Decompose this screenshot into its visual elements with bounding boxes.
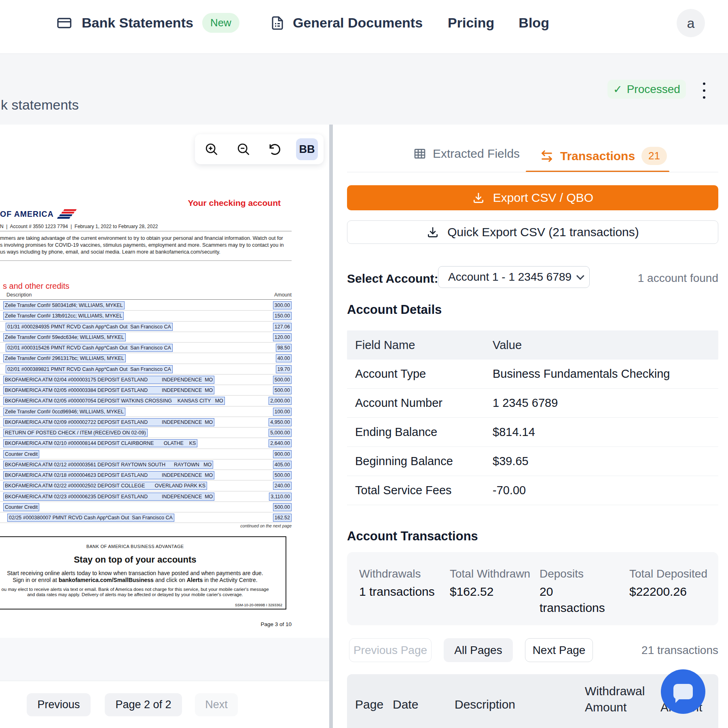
- bofa-flag-icon: [57, 208, 78, 220]
- statement-row: 02/01 #000389821 PMNT RCVD Cash App*Cash…: [0, 364, 292, 375]
- account-transactions-title: Account Transactions: [347, 529, 478, 544]
- statement-row: BKOFAMERICA ATM 02/18 #000004623 DEPOSIT…: [0, 470, 292, 480]
- summary-total-withdrawn: Total Withdrawn $162.52: [450, 567, 540, 625]
- accounts-found-label: 1 account found: [638, 272, 718, 285]
- panel-divider[interactable]: [329, 125, 333, 728]
- select-account-label: Select Account:: [347, 272, 438, 286]
- statement-page: Your checking account OF AMERICA N | Acc…: [0, 125, 330, 638]
- statement-rows: Zelle Transfer Conf# 580341df4; WILLIAMS…: [0, 300, 292, 523]
- statement-page-number: Page 3 of 10: [260, 621, 292, 627]
- viewer-pagination: Previous Page 2 of 2 Next: [0, 681, 330, 728]
- statement-row: BKOFAMERICA ATM 02/09 #000002722 DEPOSIT…: [0, 417, 292, 427]
- transactions-count-label: 21 transactions: [641, 644, 718, 657]
- all-pages-button[interactable]: All Pages: [444, 638, 513, 662]
- statement-row: Zelle Transfer Conf# 13fb912cc; WILLIAMS…: [0, 311, 292, 321]
- table-row: Account Number1 2345 6789: [347, 389, 718, 418]
- statement-row: Zelle Transfer Conf# 59edc634e; WILLIAMS…: [0, 332, 292, 343]
- summary-withdrawals: Withdrawals 1 transactions: [359, 567, 450, 625]
- export-csv-qbo-button[interactable]: Export CSV / QBO: [347, 185, 718, 210]
- table-row: Beginning Balance$39.65: [347, 447, 718, 476]
- statement-ad-box: BANK OF AMERICA BUSINESS ADVANTAGE Stay …: [0, 536, 286, 609]
- summary-deposits: Deposits 20 transactions: [540, 567, 629, 625]
- chat-bubble-icon: [673, 684, 693, 699]
- nav-pricing[interactable]: Pricing: [448, 15, 494, 31]
- nav-general-documents[interactable]: General Documents: [270, 15, 423, 31]
- zoom-in-button[interactable]: [201, 138, 222, 160]
- table-icon: [413, 147, 426, 160]
- download-icon: [426, 226, 439, 239]
- divider: [0, 231, 292, 231]
- previous-page-button[interactable]: Previous Page: [349, 638, 432, 662]
- statement-row: BKOFAMERICA ATM 02/05 #000003384 DEPOSIT…: [0, 385, 292, 396]
- page-title: k statements: [1, 97, 79, 113]
- transactions-pagination: Previous Page All Pages Next Page 21 tra…: [347, 638, 718, 662]
- tab-transactions[interactable]: Transactions 21: [540, 147, 667, 165]
- zoom-out-button[interactable]: [233, 138, 254, 160]
- table-row: Account TypeBusiness Fundamentals Checki…: [347, 360, 718, 389]
- account-select[interactable]: Account 1 - 1 2345 6789: [438, 266, 590, 288]
- table-row: Ending Balance$814.14: [347, 418, 718, 447]
- top-navbar: Bank Statements New General Documents Pr…: [0, 0, 728, 54]
- viewer-toolbar: BB: [195, 134, 324, 164]
- account-details-title: Account Details: [347, 303, 442, 317]
- divider: [0, 260, 292, 261]
- credit-card-icon: [57, 15, 72, 31]
- statement-row: 02/25 #000380007 PMNT RCVD Cash App*Cash…: [0, 512, 292, 523]
- statement-row: 02/01 #000315426 PMNT RCVD Cash App*Cash…: [0, 343, 292, 353]
- statement-col-description: Description: [6, 292, 32, 298]
- statement-row: Zelle Transfer Conf# 580341df4; WILLIAMS…: [0, 300, 292, 311]
- download-icon: [472, 191, 485, 204]
- check-icon: ✓: [613, 83, 622, 96]
- bb-toggle-button[interactable]: BB: [296, 138, 318, 160]
- table-header-row: Field Name Value: [347, 330, 718, 360]
- transactions-summary-card: Withdrawals 1 transactions Total Withdra…: [347, 552, 718, 625]
- next-page-button[interactable]: Next Page: [525, 638, 593, 662]
- account-details-table: Field Name Value Account TypeBusiness Fu…: [347, 330, 718, 505]
- statement-account-line: N | Account # 3550 1223 7794 | February …: [0, 224, 158, 229]
- new-badge: New: [202, 13, 239, 33]
- statement-section-heading: s and other credits: [3, 281, 70, 291]
- statement-row: BKOFAMERICA ATM 02/04 #000003175 DEPOSIT…: [0, 375, 292, 385]
- transactions-icon: [540, 149, 554, 163]
- quick-export-button[interactable]: Quick Export CSV (21 transactions): [347, 220, 718, 244]
- document-viewer: Your checking account OF AMERICA N | Acc…: [0, 125, 330, 728]
- table-row: Total Service Fees-70.00: [347, 476, 718, 505]
- chat-widget-button[interactable]: [661, 669, 705, 714]
- page-indicator: Page 2 of 2: [105, 693, 182, 716]
- kebab-menu[interactable]: [701, 83, 707, 99]
- status-badge: ✓ Processed: [607, 80, 686, 99]
- statement-row: BKOFAMERICA ATM 02/23 #000006235 DEPOSIT…: [0, 491, 292, 502]
- extraction-panel: Extracted Fields Transactions 21 Export …: [333, 125, 728, 728]
- statement-row: 01/31 #000284935 PMNT RCVD Cash App*Cash…: [0, 322, 292, 332]
- divider: [0, 299, 292, 300]
- divider: [347, 172, 718, 172]
- avatar[interactable]: a: [677, 9, 705, 37]
- statement-row: Counter Credit500.00: [0, 502, 292, 512]
- summary-total-deposited: Total Deposited $22200.26: [629, 567, 718, 625]
- statement-row: BKOFAMERICA ATM 02/05 #000007054 DEPOSIT…: [0, 396, 292, 406]
- statement-continued: continued on the next page: [240, 523, 292, 528]
- statement-row: BKOFAMERICA ATM 02/22 #000002502 DEPOSIT…: [0, 480, 292, 491]
- bofa-logo: OF AMERICA: [0, 208, 78, 220]
- chevron-down-icon: [576, 272, 584, 280]
- tab-extracted-fields[interactable]: Extracted Fields: [413, 147, 520, 161]
- statement-row: BKOFAMERICA ATM 02/12 #000003561 DEPOSIT…: [0, 459, 292, 470]
- transactions-count-badge: 21: [641, 147, 667, 165]
- statement-row: Zelle Transfer Conf# 0ccd96946; WILLIAMS…: [0, 406, 292, 417]
- nav-bank-statements[interactable]: Bank Statements New: [57, 13, 239, 33]
- statement-checking-title: Your checking account: [188, 198, 281, 208]
- statement-col-amount: Amount: [274, 292, 292, 298]
- nav-blog[interactable]: Blog: [518, 15, 549, 31]
- previous-button[interactable]: Previous: [27, 693, 91, 716]
- statement-row: BKOFAMERICA ATM 02/10 #000008144 DEPOSIT…: [0, 438, 292, 449]
- statement-notice: mmers are taking advantage of the curren…: [0, 235, 284, 256]
- statement-row: Zelle Transfer Conf# 2961317bc; WILLIAMS…: [0, 353, 292, 364]
- rotate-button[interactable]: [264, 138, 286, 160]
- statement-row: Counter Credit900.00: [0, 449, 292, 459]
- document-icon: [270, 16, 285, 30]
- next-button[interactable]: Next: [195, 693, 238, 716]
- statement-row: RETURN OF POSTED CHECK / ITEM (RECEIVED …: [0, 427, 292, 438]
